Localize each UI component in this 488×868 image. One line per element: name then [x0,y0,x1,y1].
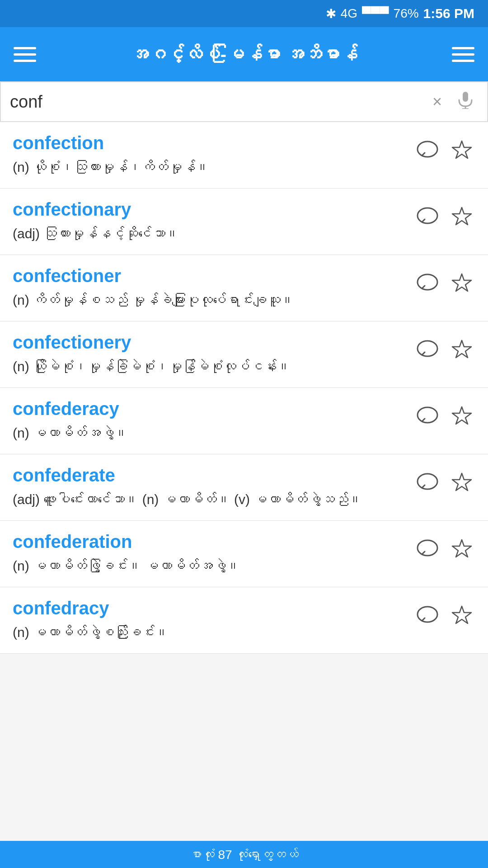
menu-line-2 [14,53,36,56]
entry-word-3: confectionery [13,332,414,353]
list-item: confederation (n) မဟာမိတ်ဖွဲ့ခြင်း။ မဟာမ… [0,521,488,587]
entries-container: confection (n) ယိုစုံ၊သကြားမှုန်၊ကိတ်မှု… [0,122,488,654]
comment-button-0[interactable] [414,137,441,164]
entry-actions-5 [414,465,475,496]
entry-actions-0 [414,133,475,164]
entry-definition-7: (n) မဟာမိတ်ဖွဲ့စည်းခြင်း။ [13,622,414,642]
entry-definition-5: (adj) ဖူးပေါင်းထောင်သော။ (n) မဟာမိတ်။ (v… [13,489,414,509]
entry-word-7: confedracy [13,598,414,618]
list-item: confectioner (n) ကိတ်မှုန်စသည် မှုန်ခဲမျ… [0,255,488,321]
svg-point-3 [418,142,437,157]
menu-line-1 [14,47,36,49]
entry-content-7: confedracy (n) မဟာမိတ်ဖွဲ့စည်းခြင်း။ [13,598,414,642]
menu-line-6 [452,60,474,62]
svg-rect-0 [463,92,468,102]
svg-point-17 [418,607,437,622]
list-item: confection (n) ယိုစုံ၊သကြားမှုန်၊ကိတ်မှု… [0,122,488,189]
entry-word-5: confederate [13,465,414,486]
comment-button-2[interactable] [414,269,441,297]
app-bar: အင်္ဂလိပ်-မြန်မာ အဘိဓာန် [0,27,488,81]
entry-actions-6 [414,532,475,562]
search-mic-button[interactable] [453,87,478,117]
entry-content-0: confection (n) ယိုစုံ၊သကြားမှုန်၊ကိတ်မှု… [13,133,414,177]
star-button-0[interactable] [448,137,475,164]
entry-content-4: confederacy (n) မဟာမိတ်အဖွဲ့။ [13,399,414,443]
entry-definition-6: (n) မဟာမိတ်ဖွဲ့ခြင်း။ မဟာမိတ်အဖွဲ့။ [13,556,414,576]
entry-definition-1: (adj) သကြားမှုန်နင့်ဆိုင်သော။ [13,223,414,244]
entry-actions-3 [414,332,475,363]
time-display: 1:56 PM [423,6,474,21]
entry-content-3: confectionery (n) ယိုမြဲစုံ၊မှုန်ခဲမြဲစု… [13,332,414,377]
left-menu-button[interactable] [14,47,36,62]
entry-word-0: confection [13,133,414,153]
star-button-3[interactable] [448,336,475,363]
svg-marker-10 [452,340,471,358]
star-button-2[interactable] [448,269,475,297]
entry-word-2: confectioner [13,266,414,286]
entry-actions-4 [414,399,475,429]
entry-content-2: confectioner (n) ကိတ်မှုန်စသည် မှုန်ခဲမျ… [13,266,414,310]
svg-marker-18 [452,606,471,623]
svg-point-11 [418,407,437,423]
svg-marker-6 [452,208,471,225]
entry-actions-7 [414,598,475,629]
svg-marker-8 [452,274,471,291]
entry-word-1: confectionary [13,199,414,220]
signal-icon: ▀▀▀ [362,6,389,21]
search-input[interactable] [10,92,422,112]
list-item: confedracy (n) မဟာမိတ်ဖွဲ့စည်းခြင်း။ [0,587,488,654]
list-item: confectionery (n) ယိုမြဲစုံ၊မှုန်ခဲမြဲစု… [0,321,488,388]
svg-point-9 [418,341,437,356]
menu-line-5 [452,53,474,56]
svg-marker-12 [452,407,471,424]
svg-point-13 [418,474,437,489]
list-item: confectionary (adj) သကြားမှုန်နင့်ဆိုင်သ… [0,189,488,255]
app-title: အင်္ဂလိပ်-မြန်မာ အဘိဓာန် [36,44,452,65]
entry-definition-4: (n) မဟာမိတ်အဖွဲ့။ [13,423,414,443]
footer-label: စာလုံး 87 လုံးရှာတွေ့တယ် [189,847,299,862]
svg-point-15 [418,540,437,556]
star-button-5[interactable] [448,469,475,496]
entry-content-5: confederate (adj) ဖူးပေါင်းထောင်သော။ (n)… [13,465,414,509]
entry-definition-0: (n) ယိုစုံ၊သကြားမှုန်၊ကိတ်မှုန်။ [13,157,414,177]
status-bar: ✱ 4G ▀▀▀ 76% 1:56 PM [0,0,488,27]
menu-line-4 [452,47,474,49]
entry-definition-2: (n) ကိတ်မှုန်စသည် မှုန်ခဲများပြုလုပ်ရောင… [13,290,414,310]
entry-definition-3: (n) ယိုမြဲစုံ၊မှုန်ခဲမြဲစုံ၊မှုန်မြဲစုံလ… [13,356,414,377]
list-item: confederacy (n) မဟာမိတ်အဖွဲ့။ [0,388,488,454]
entry-word-4: confederacy [13,399,414,419]
comment-button-7[interactable] [414,602,441,629]
star-button-6[interactable] [448,535,475,562]
network-label: 4G [341,6,357,21]
entry-actions-2 [414,266,475,297]
list-item: confederate (adj) ဖူးပေါင်းထောင်သော။ (n)… [0,454,488,521]
svg-marker-4 [452,141,471,158]
comment-button-5[interactable] [414,469,441,496]
comment-button-6[interactable] [414,535,441,562]
comment-button-1[interactable] [414,203,441,230]
entry-actions-1 [414,199,475,230]
entry-word-6: confederation [13,532,414,552]
right-menu-button[interactable] [452,47,474,62]
battery-label: 76% [394,6,419,21]
comment-button-3[interactable] [414,336,441,363]
star-button-1[interactable] [448,203,475,230]
svg-point-7 [418,274,437,290]
status-icons: ✱ 4G ▀▀▀ 76% 1:56 PM [326,6,474,21]
svg-marker-16 [452,540,471,557]
star-button-7[interactable] [448,602,475,629]
footer-bar: စာလုံး 87 လုံးရှာတွေ့တယ် [0,841,488,868]
menu-line-3 [14,60,36,62]
star-button-4[interactable] [448,402,475,429]
comment-button-4[interactable] [414,402,441,429]
bluetooth-icon: ✱ [326,6,336,21]
svg-point-5 [418,208,437,223]
svg-marker-14 [452,473,471,491]
entry-content-6: confederation (n) မဟာမိတ်ဖွဲ့ခြင်း။ မဟာမ… [13,532,414,576]
search-bar: × [0,81,488,122]
search-clear-button[interactable]: × [429,89,446,115]
entry-content-1: confectionary (adj) သကြားမှုန်နင့်ဆိုင်သ… [13,199,414,244]
